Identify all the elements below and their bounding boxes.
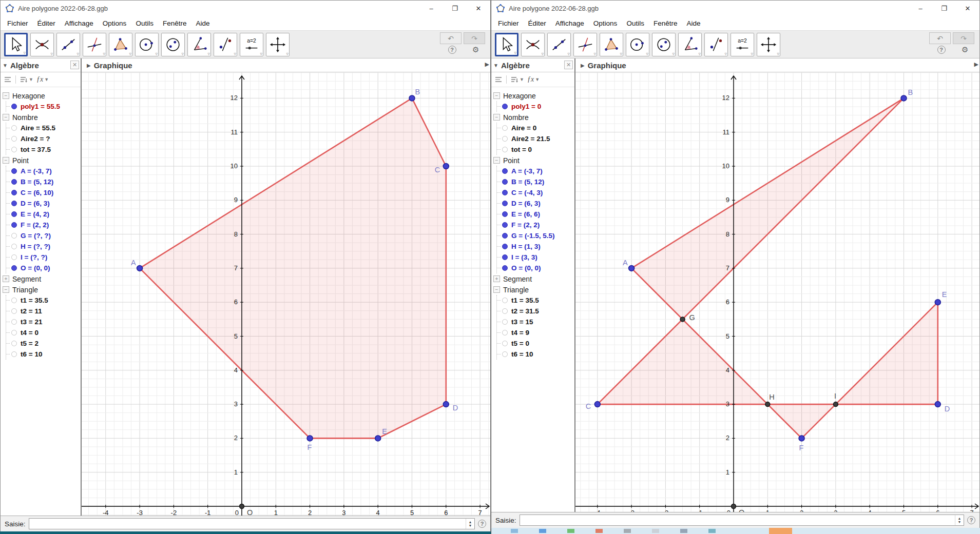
algebra-section-segment[interactable]: +Segment bbox=[491, 273, 574, 284]
taskbar-active-app[interactable] bbox=[769, 528, 792, 534]
visibility-toggle[interactable] bbox=[502, 136, 508, 142]
visibility-toggle[interactable] bbox=[11, 319, 17, 325]
tool-dropdown-icon[interactable]: ▿ bbox=[129, 52, 131, 56]
visibility-toggle[interactable] bbox=[502, 319, 508, 325]
menu-aide[interactable]: Aide bbox=[682, 19, 705, 27]
visibility-toggle[interactable] bbox=[502, 254, 508, 260]
algebra-item[interactable]: tot = 0 bbox=[497, 144, 574, 155]
collapse-chevron-icon[interactable]: ▼ bbox=[3, 63, 8, 68]
collapse-toggle-icon[interactable]: − bbox=[3, 114, 9, 121]
polygon-tool-button[interactable]: ▿ bbox=[600, 33, 623, 56]
collapse-toggle-icon[interactable]: − bbox=[3, 286, 9, 293]
visibility-toggle[interactable] bbox=[11, 179, 17, 185]
algebra-item[interactable]: B = (5, 12) bbox=[6, 176, 81, 187]
graph-point-B[interactable] bbox=[409, 95, 415, 101]
algebra-section-hexagone[interactable]: −Hexagone bbox=[491, 90, 574, 101]
line-tool-button[interactable]: ▿ bbox=[56, 33, 80, 56]
visibility-toggle[interactable] bbox=[11, 104, 17, 109]
tool-dropdown-icon[interactable]: ▿ bbox=[698, 52, 701, 56]
tool-dropdown-icon[interactable]: ▿ bbox=[514, 51, 516, 55]
algebra-item[interactable]: E = (4, 2) bbox=[6, 209, 81, 220]
menu-fichier[interactable]: Fichier bbox=[3, 19, 33, 27]
menu-outils[interactable]: Outils bbox=[622, 19, 649, 27]
tool-dropdown-icon[interactable]: ▿ bbox=[23, 51, 26, 55]
visibility-toggle[interactable] bbox=[11, 351, 17, 357]
input-help-icon[interactable]: ? bbox=[967, 516, 975, 524]
point-tool-button[interactable]: ▿ bbox=[30, 33, 54, 56]
expand-toggle-icon[interactable]: + bbox=[493, 275, 500, 282]
maximize-button[interactable]: ❐ bbox=[932, 1, 956, 16]
visibility-toggle[interactable] bbox=[502, 298, 508, 303]
polygon-tool-button[interactable]: ▿ bbox=[109, 33, 132, 56]
command-input[interactable] bbox=[29, 518, 475, 529]
collapse-toggle-icon[interactable]: − bbox=[493, 157, 500, 164]
algebra-section-nombre[interactable]: −Nombre bbox=[1, 112, 81, 123]
visibility-toggle[interactable] bbox=[11, 341, 17, 346]
algebra-item[interactable]: A = (-3, 7) bbox=[497, 166, 574, 176]
move-view-tool-button[interactable]: ▿ bbox=[266, 33, 290, 56]
menu-affichage[interactable]: Affichage bbox=[551, 19, 589, 27]
tool-dropdown-icon[interactable]: ▿ bbox=[724, 52, 727, 56]
tool-dropdown-icon[interactable]: ▿ bbox=[155, 52, 158, 56]
graph-point-C[interactable] bbox=[443, 164, 449, 169]
graph-point-B[interactable] bbox=[901, 95, 907, 101]
visibility-toggle[interactable] bbox=[502, 244, 508, 249]
menu-fenetre[interactable]: Fenêtre bbox=[158, 19, 191, 27]
algebra-item[interactable]: C = (6, 10) bbox=[6, 187, 81, 198]
input-history-spinner[interactable]: ▲▼ bbox=[466, 519, 474, 529]
undo-button[interactable]: ↶ bbox=[929, 32, 951, 44]
close-icon[interactable]: ✕ bbox=[564, 61, 573, 69]
minimize-button[interactable]: – bbox=[909, 1, 932, 16]
algebra-section-point[interactable]: −Point bbox=[1, 155, 81, 166]
point-tool-button[interactable]: ▿ bbox=[521, 33, 545, 56]
tool-dropdown-icon[interactable]: ▿ bbox=[646, 52, 648, 56]
menu-editer[interactable]: Éditer bbox=[33, 19, 60, 27]
taskbar-app-icon[interactable] bbox=[624, 529, 631, 533]
tool-dropdown-icon[interactable]: ▿ bbox=[751, 52, 753, 56]
visibility-toggle[interactable] bbox=[502, 222, 508, 228]
menu-outils[interactable]: Outils bbox=[131, 19, 158, 27]
visibility-toggle[interactable] bbox=[11, 211, 17, 217]
settings-gear-icon[interactable]: ⚙ bbox=[962, 46, 968, 54]
slider-tool-button[interactable]: a=2▿ bbox=[731, 33, 754, 56]
tool-dropdown-icon[interactable]: ▿ bbox=[286, 52, 289, 56]
algebra-item[interactable]: O = (0, 0) bbox=[6, 263, 81, 273]
menu-fichier[interactable]: Fichier bbox=[493, 19, 524, 27]
tool-dropdown-icon[interactable]: ▿ bbox=[777, 52, 779, 56]
algebra-item[interactable]: t3 = 15 bbox=[497, 317, 574, 327]
tool-dropdown-icon[interactable]: ▿ bbox=[260, 52, 262, 56]
collapse-toggle-icon[interactable]: − bbox=[3, 157, 9, 164]
graph-point-H[interactable] bbox=[765, 402, 770, 407]
visibility-toggle[interactable] bbox=[11, 125, 17, 131]
close-button[interactable]: ✕ bbox=[467, 1, 490, 16]
algebra-item[interactable]: Aire = 0 bbox=[497, 123, 574, 133]
menu-options[interactable]: Options bbox=[589, 19, 622, 27]
taskbar-app-icon[interactable] bbox=[680, 529, 687, 533]
visibility-toggle[interactable] bbox=[502, 104, 508, 109]
taskbar-app-icon[interactable] bbox=[511, 529, 518, 533]
taskbar-app-icon[interactable] bbox=[708, 529, 716, 533]
algebra-item[interactable]: t1 = 35.5 bbox=[497, 295, 574, 306]
visibility-toggle[interactable] bbox=[502, 233, 508, 239]
visibility-toggle[interactable] bbox=[11, 298, 17, 303]
algebra-item[interactable]: A = (-3, 7) bbox=[6, 166, 81, 176]
algebra-item[interactable]: poly1 = 55.5 bbox=[6, 101, 81, 112]
perpendicular-line-tool-button[interactable]: ▿ bbox=[573, 33, 597, 56]
visibility-toggle[interactable] bbox=[11, 136, 17, 142]
algebra-item[interactable]: t5 = 2 bbox=[6, 338, 81, 349]
close-button[interactable]: ✕ bbox=[956, 1, 979, 16]
collapse-chevron-icon[interactable]: ▼ bbox=[493, 63, 498, 68]
algebra-item[interactable]: t2 = 31.5 bbox=[497, 306, 574, 317]
algebra-section-nombre[interactable]: −Nombre bbox=[491, 112, 574, 123]
algebra-item[interactable]: t3 = 21 bbox=[6, 317, 81, 327]
conic-tool-button[interactable]: ▿ bbox=[161, 33, 185, 56]
visibility-toggle[interactable] bbox=[502, 341, 508, 346]
help-icon[interactable]: ? bbox=[937, 46, 946, 54]
visibility-toggle[interactable] bbox=[11, 201, 17, 206]
graph-canvas-svg[interactable]: -4-3-2-101234567123456789101112ABCDEFO bbox=[82, 72, 490, 516]
tool-dropdown-icon[interactable]: ▿ bbox=[567, 52, 570, 56]
algebra-item[interactable]: I = (3, 3) bbox=[497, 252, 574, 263]
algebra-item[interactable]: t4 = 9 bbox=[497, 327, 574, 338]
help-icon[interactable]: ? bbox=[448, 46, 456, 54]
visibility-toggle[interactable] bbox=[11, 265, 17, 271]
